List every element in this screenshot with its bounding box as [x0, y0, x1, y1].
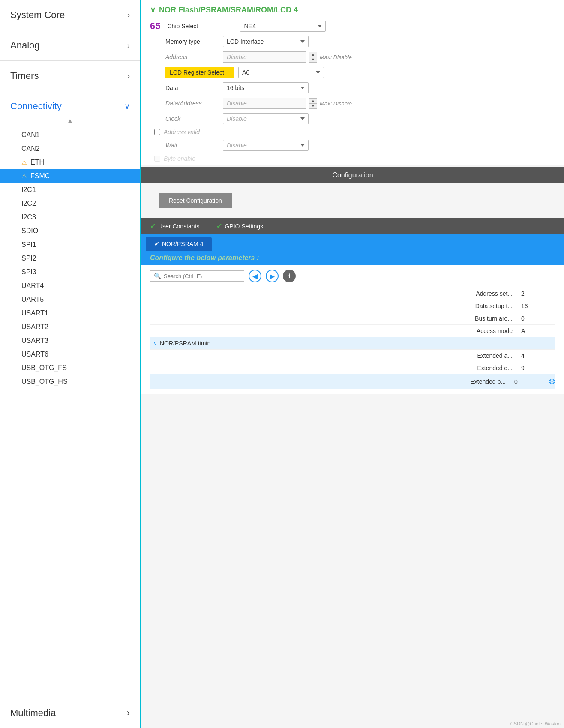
data-address-input[interactable] — [223, 98, 306, 109]
timing-section-label: NOR/PSRAM timin... — [160, 340, 216, 347]
wait-label: Wait — [150, 142, 219, 149]
address-label: Address — [150, 54, 219, 60]
table-row: Access mode A — [150, 325, 555, 337]
nav-next-button[interactable]: ▶ — [266, 270, 279, 282]
data-address-row: Data/Address ▲ ▼ Max: Disable — [150, 98, 555, 109]
sidebar-item-analog[interactable]: Analog › — [0, 30, 140, 61]
uart4-label: UART4 — [21, 282, 44, 290]
sidebar-item-usart2[interactable]: USART2 — [0, 320, 140, 334]
clock-row: Clock Disable — [150, 113, 555, 124]
sidebar-item-uart4[interactable]: UART4 — [0, 279, 140, 293]
table-row: Extended b... 0 ⚙ — [150, 374, 555, 389]
sidebar-item-spi1[interactable]: SPI1 — [0, 238, 140, 252]
extended-banner: Configure the below parameters : — [141, 251, 564, 265]
byte-enable-checkbox — [154, 156, 160, 162]
extended-banner-text: Configure the below parameters : — [150, 254, 259, 261]
sidebar-item-i2c2[interactable]: I2C2 — [0, 197, 140, 210]
tab-nor-psram[interactable]: ✔ NOR/PSRAM 4 — [146, 237, 212, 251]
sidebar-item-sdio[interactable]: SDIO — [0, 224, 140, 238]
chip-select-dropdown[interactable]: NE4 — [240, 21, 326, 32]
data-address-spinner-up[interactable]: ▲ — [309, 99, 317, 104]
sidebar-item-system-core[interactable]: System Core › — [0, 0, 140, 30]
data-dropdown[interactable]: 16 bits — [223, 82, 309, 93]
timing-collapse-icon[interactable]: ∨ — [153, 340, 157, 346]
can1-label: CAN1 — [21, 131, 40, 139]
param-name-extended-a: Extended a... — [150, 352, 521, 359]
search-input[interactable] — [164, 273, 240, 279]
nav-prev-button[interactable]: ◀ — [249, 270, 261, 282]
system-core-chevron: › — [127, 11, 130, 20]
watermark-text: CSDN @Chole_Waston — [510, 721, 561, 726]
sidebar-item-usart6[interactable]: USART6 — [0, 348, 140, 361]
param-value-access-mode: A — [521, 327, 555, 334]
usart1-label: USART1 — [21, 309, 48, 317]
param-name-address-set: Address set... — [150, 290, 521, 297]
data-row: Data 16 bits — [150, 82, 555, 93]
nor-psram-label: NOR/PSRAM 4 — [162, 240, 203, 247]
usb-otg-fs-label: USB_OTG_FS — [21, 364, 67, 372]
clock-dropdown[interactable]: Disable — [223, 113, 309, 124]
memory-type-dropdown[interactable]: LCD Interface — [223, 36, 309, 47]
sidebar-item-spi2[interactable]: SPI2 — [0, 252, 140, 265]
sidebar-item-i2c3[interactable]: I2C3 — [0, 210, 140, 224]
sidebar-item-usb-otg-fs[interactable]: USB_OTG_FS — [0, 361, 140, 375]
wait-row: Wait Disable — [150, 140, 555, 151]
param-value-extended-d: 9 — [521, 365, 555, 371]
config-area: ∨ NOR Flash/PSRAM/SRAM/ROM/LCD 4 65 Chip… — [141, 0, 564, 165]
configuration-bar: Configuration — [141, 167, 564, 183]
spinner-down[interactable]: ▼ — [309, 57, 317, 62]
tab-gpio-settings[interactable]: ✔ GPIO Settings — [208, 218, 271, 234]
address-input[interactable] — [223, 51, 306, 63]
usb-otg-hs-label: USB_OTG_HS — [21, 378, 68, 386]
user-constants-label: User Constants — [158, 223, 199, 230]
lcd-register-dropdown[interactable]: A6 — [238, 67, 324, 78]
sidebar-item-can2[interactable]: CAN2 — [0, 142, 140, 156]
reset-config-area: Reset Configuration — [141, 183, 564, 218]
nav-next-icon: ▶ — [270, 272, 275, 280]
data-address-group: ▲ ▼ Max: Disable — [223, 98, 352, 109]
sidebar-item-usb-otg-hs[interactable]: USB_OTG_HS — [0, 375, 140, 389]
sidebar-item-multimedia[interactable]: Multimedia › — [0, 698, 140, 728]
sidebar: System Core › Analog › Timers › Connecti… — [0, 0, 141, 728]
sidebar-item-timers[interactable]: Timers › — [0, 61, 140, 91]
timers-label: Timers — [10, 70, 39, 81]
sidebar-item-connectivity[interactable]: Connectivity ∨ — [0, 91, 140, 115]
data-address-spinner-down[interactable]: ▼ — [309, 104, 317, 108]
eth-warning-icon: ⚠ — [21, 159, 27, 166]
usart3-label: USART3 — [21, 337, 48, 345]
collapse-arrow-icon: ∨ — [150, 5, 156, 15]
tab-bar: ✔ User Constants ✔ GPIO Settings — [141, 218, 564, 234]
sidebar-item-eth[interactable]: ⚠ ETH — [0, 156, 140, 169]
sidebar-item-usart3[interactable]: USART3 — [0, 334, 140, 348]
address-max-label: Max: Disable — [320, 54, 352, 60]
data-address-label: Data/Address — [150, 100, 219, 107]
param-value-extended-b: 0 — [514, 378, 549, 385]
nav-prev-icon: ◀ — [252, 272, 258, 280]
search-row: 🔍 ◀ ▶ ℹ — [150, 270, 555, 282]
gpio-settings-label: GPIO Settings — [225, 223, 263, 230]
byte-enable-row: Byte enable — [150, 155, 555, 162]
usart2-label: USART2 — [21, 323, 48, 331]
nor-psram-check-icon: ✔ — [154, 240, 159, 247]
scroll-up-indicator[interactable]: ▲ — [0, 115, 140, 126]
sidebar-item-uart5[interactable]: UART5 — [0, 293, 140, 306]
settings-icon[interactable]: ⚙ — [549, 377, 555, 386]
sidebar-item-i2c1[interactable]: I2C1 — [0, 183, 140, 197]
address-valid-checkbox[interactable] — [154, 129, 160, 135]
reset-config-button[interactable]: Reset Configuration — [159, 193, 232, 208]
connectivity-label: Connectivity — [10, 101, 62, 112]
fsmc-label: FSMC — [30, 172, 50, 180]
info-button[interactable]: ℹ — [283, 270, 296, 282]
sidebar-item-usart1[interactable]: USART1 — [0, 306, 140, 320]
sidebar-item-fsmc[interactable]: ⚠ FSMC — [0, 169, 140, 183]
section-header: ∨ NOR Flash/PSRAM/SRAM/ROM/LCD 4 — [150, 5, 555, 15]
system-core-label: System Core — [10, 9, 65, 21]
spinner-up[interactable]: ▲ — [309, 52, 317, 57]
i2c3-label: I2C3 — [21, 213, 36, 221]
sidebar-item-spi3[interactable]: SPI3 — [0, 265, 140, 279]
param-name-extended-b: Extended b... — [150, 378, 514, 385]
wait-dropdown[interactable]: Disable — [223, 140, 309, 151]
sidebar-item-can1[interactable]: CAN1 — [0, 128, 140, 142]
tab-user-constants[interactable]: ✔ User Constants — [141, 218, 208, 234]
address-row: Address ▲ ▼ Max: Disable — [150, 51, 555, 63]
